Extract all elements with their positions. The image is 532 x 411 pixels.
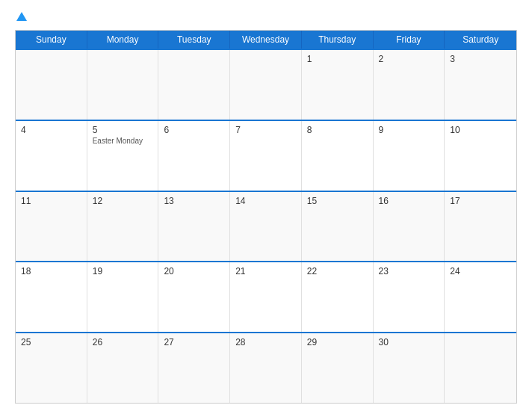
cal-cell: 4: [16, 121, 87, 191]
cal-date-number: 1: [307, 54, 368, 64]
cal-cell: [445, 333, 516, 403]
cal-header-wednesday: Wednesday: [230, 31, 302, 49]
cal-date-number: 25: [21, 337, 81, 347]
cal-date-number: 13: [164, 196, 224, 206]
cal-date-number: 10: [450, 125, 511, 135]
cal-date-number: 22: [307, 266, 368, 276]
cal-cell: 11: [16, 192, 87, 262]
cal-cell: 2: [374, 50, 445, 120]
cal-cell: 1: [302, 50, 374, 120]
calendar-header-row: SundayMondayTuesdayWednesdayThursdayFrid…: [16, 31, 516, 49]
cal-cell: 13: [158, 192, 230, 262]
cal-week-1: 123: [16, 49, 516, 120]
cal-cell: 6: [158, 121, 230, 191]
cal-cell: 23: [374, 262, 445, 332]
cal-week-2: 45Easter Monday678910: [16, 120, 516, 191]
cal-cell: 29: [302, 333, 374, 403]
cal-cell: 19: [87, 262, 159, 332]
cal-week-4: 18192021222324: [16, 261, 516, 332]
cal-cell: 28: [230, 333, 302, 403]
cal-date-number: 16: [379, 196, 439, 206]
cal-date-number: 12: [93, 196, 153, 206]
cal-cell: 30: [374, 333, 445, 403]
cal-header-friday: Friday: [374, 31, 445, 49]
cal-header-thursday: Thursday: [302, 31, 374, 49]
cal-cell: 10: [445, 121, 516, 191]
cal-cell: 25: [16, 333, 87, 403]
cal-date-number: 19: [93, 266, 153, 276]
page: SundayMondayTuesdayWednesdayThursdayFrid…: [0, 0, 532, 411]
cal-date-number: 26: [93, 337, 153, 347]
cal-date-number: 27: [164, 337, 224, 347]
cal-event-label: Easter Monday: [93, 137, 153, 145]
cal-cell: 26: [87, 333, 159, 403]
cal-cell: 7: [230, 121, 302, 191]
cal-date-number: 21: [235, 266, 296, 276]
cal-date-number: 23: [379, 266, 439, 276]
cal-cell: 20: [158, 262, 230, 332]
cal-header-sunday: Sunday: [16, 31, 87, 49]
header: [15, 12, 517, 22]
cal-date-number: 3: [450, 54, 511, 64]
cal-cell: [158, 50, 230, 120]
logo: [15, 12, 27, 22]
cal-date-number: 18: [21, 266, 81, 276]
cal-cell: 12: [87, 192, 159, 262]
cal-cell: 9: [374, 121, 445, 191]
cal-date-number: 8: [307, 125, 368, 135]
cal-date-number: 14: [235, 196, 296, 206]
cal-cell: [87, 50, 159, 120]
cal-date-number: 4: [21, 125, 81, 135]
cal-date-number: 17: [450, 196, 511, 206]
cal-date-number: 11: [21, 196, 81, 206]
cal-date-number: 28: [235, 337, 296, 347]
calendar-body: 12345Easter Monday6789101112131415161718…: [16, 49, 516, 403]
cal-cell: 27: [158, 333, 230, 403]
cal-cell: 15: [302, 192, 374, 262]
cal-cell: 16: [374, 192, 445, 262]
cal-cell: 3: [445, 50, 516, 120]
cal-cell: 17: [445, 192, 516, 262]
cal-date-number: 6: [164, 125, 224, 135]
cal-date-number: 30: [379, 337, 439, 347]
cal-date-number: 7: [235, 125, 296, 135]
cal-date-number: 15: [307, 196, 368, 206]
cal-header-monday: Monday: [87, 31, 159, 49]
calendar: SundayMondayTuesdayWednesdayThursdayFrid…: [15, 30, 517, 404]
cal-cell: 22: [302, 262, 374, 332]
cal-date-number: 9: [379, 125, 439, 135]
cal-week-3: 11121314151617: [16, 191, 516, 262]
cal-cell: 24: [445, 262, 516, 332]
cal-date-number: 2: [379, 54, 439, 64]
cal-date-number: 5: [93, 125, 153, 135]
cal-cell: 14: [230, 192, 302, 262]
cal-date-number: 24: [450, 266, 511, 276]
logo-triangle-icon: [16, 12, 27, 21]
cal-cell: [230, 50, 302, 120]
cal-date-number: 29: [307, 337, 368, 347]
cal-week-5: 252627282930: [16, 332, 516, 403]
cal-cell: 21: [230, 262, 302, 332]
cal-header-saturday: Saturday: [445, 31, 516, 49]
cal-header-tuesday: Tuesday: [158, 31, 230, 49]
cal-cell: 18: [16, 262, 87, 332]
cal-cell: 8: [302, 121, 374, 191]
cal-cell: 5Easter Monday: [87, 121, 159, 191]
cal-cell: [16, 50, 87, 120]
cal-date-number: 20: [164, 266, 224, 276]
